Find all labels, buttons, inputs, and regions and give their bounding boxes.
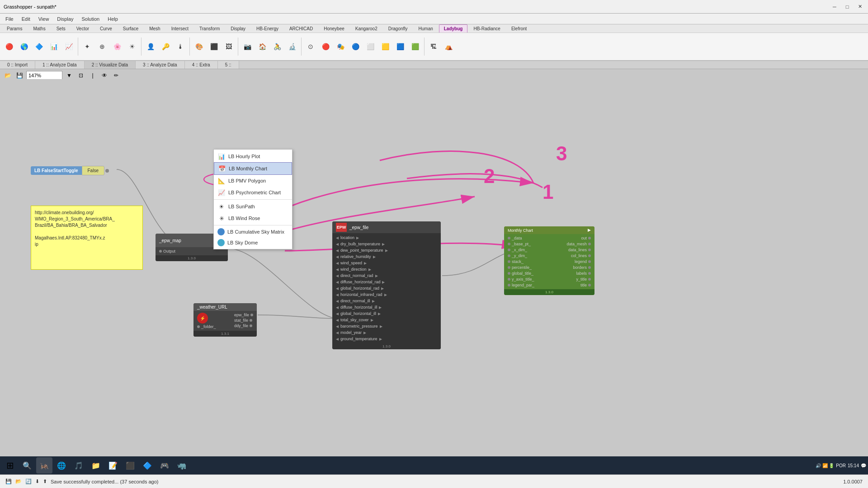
taskbar-time: 15:14 bbox=[848, 463, 859, 468]
dropdown-item-monthlychart[interactable]: 📅 LB Monthly Chart bbox=[214, 162, 292, 175]
menu-file[interactable]: File bbox=[2, 15, 17, 23]
tab-params[interactable]: Params bbox=[2, 24, 27, 33]
epw-data-node[interactable]: EPW _epw_file ◀ location ▶ ◀dry_bulb_tem… bbox=[332, 221, 441, 349]
menu-view[interactable]: View bbox=[35, 15, 53, 23]
taskbar-browser[interactable]: 🌐 bbox=[53, 457, 70, 474]
tool-12[interactable]: 🌡 bbox=[173, 39, 188, 54]
separator-4 bbox=[238, 38, 238, 56]
tab-transform[interactable]: Transform bbox=[194, 24, 225, 33]
tab-curve[interactable]: Curve bbox=[95, 24, 117, 33]
tab-elefront[interactable]: Elefront bbox=[506, 24, 532, 33]
tab-intersect[interactable]: Intersect bbox=[166, 24, 193, 33]
tool-8[interactable]: 🌸 bbox=[110, 39, 124, 54]
tab-maths[interactable]: Maths bbox=[28, 24, 50, 33]
tool-17[interactable]: 🏠 bbox=[255, 39, 269, 54]
stat-file-out: stat_file bbox=[234, 318, 253, 323]
tab-sets[interactable]: Sets bbox=[52, 24, 71, 33]
tool-20[interactable]: ⊙ bbox=[303, 39, 318, 54]
tool-24[interactable]: ⬜ bbox=[363, 39, 377, 54]
open-icon: 📂 bbox=[15, 479, 22, 484]
tool-5[interactable]: 📈 bbox=[61, 39, 76, 54]
menu-display[interactable]: Display bbox=[53, 15, 77, 23]
taskbar-search[interactable]: 🔍 bbox=[19, 457, 35, 474]
dropdown-item-sunpath[interactable]: ☀ LB SunPath bbox=[214, 201, 292, 212]
tab-surface[interactable]: Surface bbox=[118, 24, 143, 33]
taskbar-vscode[interactable]: 📝 bbox=[105, 457, 121, 474]
separator-1 bbox=[78, 38, 78, 56]
tool-9[interactable]: ☀ bbox=[125, 39, 139, 54]
taskbar-app2[interactable]: 🎮 bbox=[156, 457, 173, 474]
zoom-input[interactable] bbox=[26, 71, 62, 80]
tab-ladybug[interactable]: Ladybug bbox=[439, 24, 468, 33]
dropdown-item-hourlyplot[interactable]: 📊 LB Hourly Plot bbox=[214, 150, 292, 162]
tool-11[interactable]: 🔑 bbox=[158, 39, 173, 54]
tab-display[interactable]: Display bbox=[226, 24, 250, 33]
tab-honeybee[interactable]: Honeybee bbox=[319, 24, 349, 33]
dropdown-item-windrose[interactable]: ✳ LB Wind Rose bbox=[214, 212, 292, 224]
note-yellow: http://climate.onebuilding.org/WMO_Regio… bbox=[31, 206, 143, 270]
notification-icon[interactable]: 💬 bbox=[861, 463, 866, 468]
tool-28[interactable]: 🏗 bbox=[426, 39, 441, 54]
tool-2[interactable]: 🌎 bbox=[17, 39, 31, 54]
tool-3[interactable]: 🔷 bbox=[32, 39, 46, 54]
dropdown-item-cumulativesky[interactable]: LB Cumulative Sky Matrix bbox=[214, 226, 292, 237]
tool-23[interactable]: 🔵 bbox=[348, 39, 363, 54]
epw-file-node[interactable]: _weather_URL ⚡ _folder_ epw_file stat_fi… bbox=[193, 303, 257, 337]
dropdown-item-skydome[interactable]: LB Sky Dome bbox=[214, 237, 292, 248]
tab-archicad[interactable]: ARCHICAD bbox=[284, 24, 318, 33]
taskbar-app1[interactable]: 🔷 bbox=[139, 457, 156, 474]
taskbar-rhino[interactable]: 🦏 bbox=[174, 457, 190, 474]
menu-solution[interactable]: Solution bbox=[78, 15, 103, 23]
chart-node[interactable]: Monthly Chart ▶ _data _base_pt_ _x_dim_ … bbox=[504, 226, 594, 295]
tool-18[interactable]: 🚴 bbox=[270, 39, 284, 54]
taskbar-music[interactable]: 🎵 bbox=[71, 457, 87, 474]
menu-edit[interactable]: Edit bbox=[18, 15, 34, 23]
tool-6[interactable]: ✦ bbox=[80, 39, 94, 54]
tool-10[interactable]: 👤 bbox=[143, 39, 158, 54]
tab-vector[interactable]: Vector bbox=[71, 24, 94, 33]
tool-19[interactable]: 🔬 bbox=[285, 39, 299, 54]
false-start-toggle[interactable]: LB FalseStartToggle False bbox=[31, 166, 109, 175]
tool-1[interactable]: 🔴 bbox=[2, 39, 16, 54]
tool-22[interactable]: 🎭 bbox=[333, 39, 348, 54]
panel-tab-5[interactable]: 5 :: bbox=[218, 61, 239, 69]
tool-27[interactable]: 🟩 bbox=[408, 39, 422, 54]
tool-15[interactable]: 🖼 bbox=[222, 39, 236, 54]
epw-data-header: EPW _epw_file bbox=[332, 221, 441, 233]
taskbar-terminal[interactable]: ⬛ bbox=[122, 457, 138, 474]
dropdown-item-pmvpolygon[interactable]: 📐 LB PMV Polygon bbox=[214, 175, 292, 187]
menu-help[interactable]: Help bbox=[104, 15, 122, 23]
tool-7[interactable]: ⊕ bbox=[95, 39, 109, 54]
panel-tab-visualize[interactable]: 2 :: Visualize Data bbox=[85, 61, 136, 69]
tab-hb-radiance[interactable]: HB-Radiance bbox=[468, 24, 505, 33]
tool-13[interactable]: 🎨 bbox=[192, 39, 206, 54]
taskbar-grasshopper[interactable]: 🦗 bbox=[36, 457, 52, 474]
close-button[interactable]: ✕ bbox=[855, 2, 864, 11]
canvas[interactable]: 2 1 3 http://climate.onebuilding.org/WMO… bbox=[0, 79, 868, 474]
maximize-button[interactable]: □ bbox=[843, 2, 852, 11]
taskbar-files[interactable]: 📁 bbox=[88, 457, 104, 474]
start-button[interactable]: ⊞ bbox=[2, 457, 18, 474]
panel-tab-import[interactable]: 0 :: Import bbox=[0, 61, 35, 69]
tab-human[interactable]: Human bbox=[414, 24, 438, 33]
tool-21[interactable]: 🔴 bbox=[318, 39, 333, 54]
port-modelyear: ◀model_year▶ bbox=[336, 330, 437, 335]
panel-tab-extra[interactable]: 4 :: Extra bbox=[185, 61, 218, 69]
tab-kangaroo[interactable]: Kangaroo2 bbox=[350, 24, 382, 33]
tool-4[interactable]: 📊 bbox=[47, 39, 61, 54]
tab-hb-energy[interactable]: HB-Energy bbox=[251, 24, 283, 33]
windrose-icon: ✳ bbox=[217, 214, 226, 222]
tool-29[interactable]: ⛺ bbox=[441, 39, 456, 54]
chart-version: 1.3.0 bbox=[504, 289, 594, 295]
tool-16[interactable]: 📷 bbox=[240, 39, 255, 54]
epw-file-label: _weather_URL bbox=[197, 305, 227, 310]
tab-dragonfly[interactable]: Dragonfly bbox=[383, 24, 413, 33]
tool-25[interactable]: 🟨 bbox=[378, 39, 392, 54]
tab-mesh[interactable]: Mesh bbox=[144, 24, 165, 33]
tool-14[interactable]: ⬛ bbox=[207, 39, 221, 54]
tool-26[interactable]: 🟦 bbox=[393, 39, 407, 54]
panel-tab-analyze2[interactable]: 3 :: Analyze Data bbox=[136, 61, 185, 69]
panel-tab-analyze[interactable]: 1 :: Analyze Data bbox=[35, 61, 85, 69]
minimize-button[interactable]: ─ bbox=[830, 2, 839, 11]
dropdown-item-psychrometric[interactable]: 📈 LB Psychrometric Chart bbox=[214, 187, 292, 198]
